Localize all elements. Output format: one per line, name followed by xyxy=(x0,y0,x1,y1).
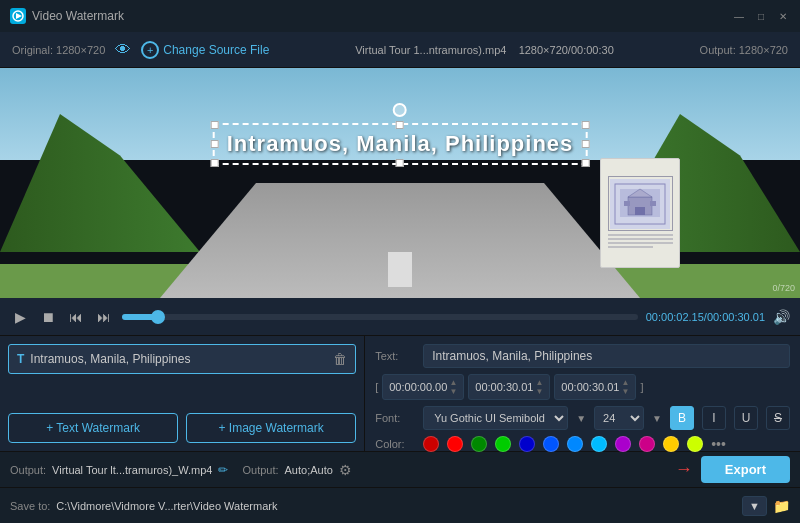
svg-marker-1 xyxy=(16,13,22,19)
open-folder-icon[interactable]: 📁 xyxy=(773,498,790,514)
time-start-arrows[interactable]: ▲▼ xyxy=(449,378,457,396)
svg-rect-9 xyxy=(650,201,656,206)
output-format-value: Auto;Auto xyxy=(285,464,333,476)
watermark-box[interactable]: Intramuos, Manila, Philippines xyxy=(213,123,588,165)
output-format-label: Output: xyxy=(242,464,278,476)
video-area: Intramuos, Manila, Philippines 0/720 xyxy=(0,68,800,298)
card-lines xyxy=(608,234,673,250)
resize-handle-rm[interactable] xyxy=(581,140,589,148)
bold-button[interactable]: B xyxy=(670,406,694,430)
time-end2-box[interactable]: 00:00:30.01 ▲▼ xyxy=(554,374,636,400)
time-start-value: 00:00:00.00 xyxy=(389,381,447,393)
output-label: Output: xyxy=(10,464,46,476)
resize-handle-tm[interactable] xyxy=(396,121,404,129)
top-bar: Original: 1280×720 👁 + Change Source Fil… xyxy=(0,32,800,68)
prev-frame-button[interactable]: ⏮ xyxy=(66,307,86,327)
color-yellow[interactable] xyxy=(663,436,679,452)
time-end-value: 00:00:30.01 xyxy=(475,381,533,393)
save-bar: Save to: C:\Vidmore\Vidmore V...rter\Vid… xyxy=(0,487,800,523)
card-image xyxy=(608,176,673,231)
add-text-watermark-button[interactable]: + Text Watermark xyxy=(8,413,178,443)
output-info: Output: 1280×720 xyxy=(700,44,788,56)
edit-output-icon[interactable]: ✏ xyxy=(218,463,228,477)
font-select[interactable]: Yu Gothic UI Semibold xyxy=(423,406,568,430)
time-property-row: [ 00:00:00.00 ▲▼ 00:00:30.01 ▲▼ 00:00:30… xyxy=(375,374,790,400)
resize-handle-bl[interactable] xyxy=(211,159,219,167)
svg-rect-7 xyxy=(635,207,645,215)
save-label: Save to: xyxy=(10,500,50,512)
bracket-open: [ xyxy=(375,381,378,393)
color-purple[interactable] xyxy=(615,436,631,452)
color-blue-dark[interactable] xyxy=(519,436,535,452)
font-label: Font: xyxy=(375,412,415,424)
time-end2-arrows[interactable]: ▲▼ xyxy=(621,378,629,396)
color-property-row: Color: ••• xyxy=(375,436,790,452)
save-path: C:\Vidmore\Vidmore V...rter\Video Waterm… xyxy=(56,500,736,512)
add-buttons: + Text Watermark + Image Watermark xyxy=(8,413,356,443)
more-colors-button[interactable]: ••• xyxy=(711,436,726,452)
watermark-item-label: Intramuos, Manila, Philippines xyxy=(30,352,327,366)
text-label: Text: xyxy=(375,350,415,362)
strikethrough-button[interactable]: S xyxy=(766,406,790,430)
resize-handle-tr[interactable] xyxy=(581,121,589,129)
original-info: Original: 1280×720 xyxy=(12,44,105,56)
time-end-arrows[interactable]: ▲▼ xyxy=(535,378,543,396)
export-button[interactable]: Export xyxy=(701,456,790,483)
size-dropdown-icon: ▼ xyxy=(652,413,662,424)
timeline-thumb[interactable] xyxy=(151,310,165,324)
time-start-box[interactable]: 00:00:00.00 ▲▼ xyxy=(382,374,464,400)
time-display: 00:00:02.15/00:00:30.01 xyxy=(646,311,765,323)
eye-icon[interactable]: 👁 xyxy=(115,41,131,59)
color-label: Color: xyxy=(375,438,415,450)
volume-icon[interactable]: 🔊 xyxy=(773,309,790,325)
time-end-box[interactable]: 00:00:30.01 ▲▼ xyxy=(468,374,550,400)
color-pink[interactable] xyxy=(639,436,655,452)
italic-button[interactable]: I xyxy=(702,406,726,430)
file-info: Virtual Tour 1...ntramuros).mp4 1280×720… xyxy=(279,44,689,56)
output-bar: Output: Virtual Tour lt...tramuros)_W.mp… xyxy=(0,451,800,487)
resize-handle-bm[interactable] xyxy=(396,159,404,167)
add-image-watermark-button[interactable]: + Image Watermark xyxy=(186,413,356,443)
underline-button[interactable]: U xyxy=(734,406,758,430)
time-end2-value: 00:00:30.01 xyxy=(561,381,619,393)
resize-handle-lm[interactable] xyxy=(211,140,219,148)
watermark-text: Intramuos, Manila, Philippines xyxy=(227,131,574,156)
color-red-dark[interactable] xyxy=(423,436,439,452)
change-source-button[interactable]: + Change Source File xyxy=(141,41,269,59)
size-select[interactable]: 24 xyxy=(594,406,644,430)
maximize-button[interactable]: □ xyxy=(754,9,768,23)
timestamp: 0/720 xyxy=(772,283,795,293)
color-green[interactable] xyxy=(495,436,511,452)
text-input[interactable] xyxy=(423,344,790,368)
stop-button[interactable]: ⏹ xyxy=(38,307,58,327)
color-red[interactable] xyxy=(447,436,463,452)
app-icon xyxy=(10,8,26,24)
timeline[interactable] xyxy=(122,314,638,320)
settings-icon[interactable]: ⚙ xyxy=(339,462,352,478)
font-property-row: Font: Yu Gothic UI Semibold ▼ 24 ▼ B I U… xyxy=(375,406,790,430)
resize-handle-tl[interactable] xyxy=(211,121,219,129)
save-dropdown[interactable]: ▼ xyxy=(742,496,767,516)
watermark-list-item[interactable]: T Intramuos, Manila, Philippines 🗑 xyxy=(8,344,356,374)
play-button[interactable]: ▶ xyxy=(10,307,30,327)
color-blue-light[interactable] xyxy=(567,436,583,452)
bottom-panel: T Intramuos, Manila, Philippines 🗑 + Tex… xyxy=(0,336,800,451)
color-blue-mid[interactable] xyxy=(543,436,559,452)
export-area: → Export xyxy=(675,456,790,483)
color-green-dark[interactable] xyxy=(471,436,487,452)
road-line xyxy=(388,252,412,287)
close-button[interactable]: ✕ xyxy=(776,9,790,23)
next-frame-button[interactable]: ⏭ xyxy=(94,307,114,327)
right-panel: Text: [ 00:00:00.00 ▲▼ 00:00:30.01 ▲▼ 00… xyxy=(365,336,800,451)
svg-rect-8 xyxy=(624,201,630,206)
rotate-handle[interactable] xyxy=(393,103,407,117)
delete-item-button[interactable]: 🗑 xyxy=(333,351,347,367)
save-dropdown-arrow: ▼ xyxy=(749,500,760,512)
font-dropdown-icon: ▼ xyxy=(576,413,586,424)
color-cyan[interactable] xyxy=(591,436,607,452)
resize-handle-br[interactable] xyxy=(581,159,589,167)
window-controls: — □ ✕ xyxy=(732,9,790,23)
playback-bar: ▶ ⏹ ⏮ ⏭ 00:00:02.15/00:00:30.01 🔊 xyxy=(0,298,800,336)
color-lime[interactable] xyxy=(687,436,703,452)
minimize-button[interactable]: — xyxy=(732,9,746,23)
